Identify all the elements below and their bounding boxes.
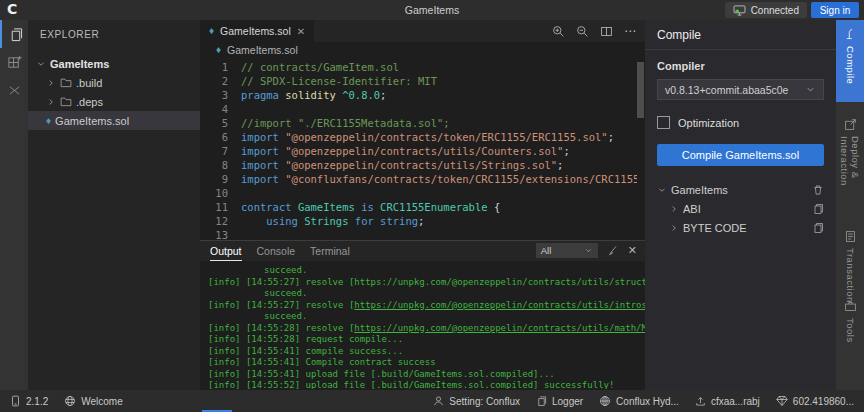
code-line[interactable]: 6import "@openzeppelin/contracts/token/E… (200, 130, 637, 144)
tree-item-label: .deps (76, 96, 103, 108)
breadcrumb-label: GameItems.sol (227, 44, 298, 56)
code-editor[interactable]: 1// contracts/GameItem.sol2// SPDX-Licen… (200, 58, 637, 240)
right-tab-deploy[interactable]: Deploy & Interaction (836, 110, 864, 216)
code-line[interactable]: 4 (200, 102, 637, 116)
code-line[interactable]: 13 (200, 228, 637, 240)
line-number: 8 (200, 158, 228, 172)
connected-button[interactable]: Connected (725, 2, 807, 18)
log-text: succeed. (264, 311, 307, 321)
close-panel-icon[interactable]: ✕ (628, 244, 637, 257)
monitor-icon (733, 5, 746, 16)
log-link[interactable]: https://unpkg.com/@openzeppelin/contract… (354, 300, 645, 310)
optimization-checkbox[interactable] (657, 116, 670, 129)
code-line[interactable]: 5//import "./ERC1155Metadata.sol"; (200, 116, 637, 130)
line-number: 5 (200, 116, 228, 130)
compile-button-label: Compile GameItems.sol (682, 149, 799, 161)
right-tab-compile[interactable]: Compile (836, 20, 864, 102)
line-number: 4 (200, 102, 228, 116)
code-line[interactable]: 2// SPDX-License-Identifier: MIT (200, 74, 637, 88)
tab-gameitems-sol[interactable]: ♦ GameItems.sol ✕ (200, 20, 314, 42)
result-item-abi[interactable]: ABI (657, 199, 824, 218)
explorer-panel: EXPLORER GameItems .build .deps ♦ GameIt… (28, 20, 200, 390)
tree-item-build[interactable]: .build (28, 73, 200, 92)
compile-panel-body: Compiler v0.8.13+commit.abaa5c0e Optimiz… (645, 50, 836, 247)
tree-root-gameitems[interactable]: GameItems (28, 54, 200, 73)
files-activity-button[interactable] (0, 20, 28, 48)
clear-output-icon[interactable] (607, 245, 619, 257)
code-line[interactable]: 8import "@openzeppelin/contracts/utils/S… (200, 158, 637, 172)
explorer-header: EXPLORER (28, 20, 200, 48)
setting-conflux-button[interactable]: Setting: Conflux (433, 395, 520, 407)
status-bar: 2.1.2 Welcome Setting: Conflux Logger Co… (0, 390, 864, 412)
breadcrumb[interactable]: ♦ GameItems.sol (200, 42, 645, 58)
tab-label: GameItems.sol (220, 25, 291, 37)
chevron-down-icon (36, 59, 46, 69)
log-filter-dropdown[interactable]: All (536, 243, 598, 258)
close-panel-activity-button[interactable] (0, 76, 28, 104)
activity-bar (0, 20, 28, 390)
network-globe-icon (599, 395, 611, 407)
code-line[interactable]: 10 (200, 186, 637, 200)
wallet-address-button[interactable]: cfxaa...rabj (695, 395, 760, 407)
log-line: [info] [14:55:28] request compile... (208, 334, 637, 346)
status-right: Setting: Conflux Logger Conflux Hyd... c… (433, 395, 854, 407)
tab-terminal[interactable]: Terminal (310, 241, 350, 261)
compiler-version-value: v0.8.13+commit.abaa5c0e (665, 84, 788, 96)
network-button[interactable]: Conflux Hyd... (599, 395, 679, 407)
tab-close-icon[interactable]: ✕ (297, 26, 305, 37)
code-line[interactable]: 7import "@openzeppelin/contracts/utils/C… (200, 144, 637, 158)
code-line[interactable]: 3pragma solidity ^0.8.0; (200, 88, 637, 102)
app-logo: C (7, 1, 17, 17)
address-label: cfxaa...rabj (711, 396, 760, 407)
code-line[interactable]: 12 using Strings for string; (200, 214, 637, 228)
output-panel-header: Output Console Terminal All ✕ (200, 241, 645, 261)
compile-result-tree: GameItems ABI BYTE CODE (657, 180, 824, 237)
tree-item-deps[interactable]: .deps (28, 92, 200, 111)
zoom-out-icon[interactable] (576, 25, 589, 38)
log-line: [info] [14:55:28] resolve [https://unpkg… (208, 323, 637, 335)
plugin-grid-icon (7, 55, 22, 70)
log-link[interactable]: https://unpkg.com/@openzeppelin/contract… (354, 323, 645, 333)
code-line[interactable]: 9import "@confluxfans/contracts/token/CR… (200, 172, 637, 186)
log-text: [info] [14:55:52] upload file [.build/Ga… (208, 380, 614, 389)
code-line[interactable]: 1// contracts/GameItem.sol (200, 60, 637, 74)
cross-icon (8, 84, 21, 97)
tab-console[interactable]: Console (257, 241, 296, 261)
compiler-label: Compiler (657, 60, 824, 72)
logger-button[interactable]: Logger (536, 395, 583, 407)
delete-result-icon[interactable] (812, 184, 824, 196)
result-item-bytecode[interactable]: BYTE CODE (657, 218, 824, 237)
line-number: 10 (200, 186, 228, 200)
right-tab-label: Compile (845, 46, 856, 84)
right-tab-transaction[interactable]: Transaction (836, 222, 864, 286)
code-line[interactable]: 11contract GameItems is CRC1155Enumerabl… (200, 200, 637, 214)
more-actions-icon[interactable]: ⋯ (624, 24, 637, 38)
result-item-label: BYTE CODE (683, 222, 747, 234)
optimization-option[interactable]: Optimization (657, 116, 824, 129)
compiler-version-dropdown[interactable]: v0.8.13+commit.abaa5c0e (657, 79, 824, 100)
log-line: [info] [14:55:52] upload file [.build/Ga… (208, 380, 637, 389)
tree-item-gameitems-sol[interactable]: ♦ GameItems.sol (28, 111, 200, 130)
balance-indicator[interactable]: 602.419860... (776, 395, 854, 407)
compile-button[interactable]: Compile GameItems.sol (657, 144, 824, 166)
log-text: [info] [14:55:41] upload file [.build/Ga… (208, 369, 555, 379)
files-icon (8, 27, 23, 42)
editor-scrollbar[interactable] (637, 62, 644, 118)
log-line: succeed. (208, 311, 637, 323)
chevron-right-icon (669, 223, 679, 233)
sign-in-button[interactable]: Sign in (811, 2, 859, 18)
version-indicator[interactable]: 2.1.2 (10, 395, 48, 407)
result-root-gameitems[interactable]: GameItems (657, 180, 824, 199)
copy-bytecode-icon[interactable] (812, 222, 824, 234)
log-output[interactable]: succeed.[info] [14:55:27] resolve [https… (200, 261, 645, 389)
compile-tab-icon (844, 28, 857, 41)
welcome-button[interactable]: Welcome (64, 395, 123, 407)
result-root-label: GameItems (671, 184, 728, 196)
plugins-activity-button[interactable] (0, 48, 28, 76)
log-text: [info] [14:55:28] resolve [ (208, 323, 354, 333)
zoom-in-icon[interactable] (552, 25, 565, 38)
tab-output[interactable]: Output (210, 241, 242, 261)
compile-panel: Compile Compiler v0.8.13+commit.abaa5c0e… (645, 20, 836, 390)
split-editor-icon[interactable] (600, 25, 613, 38)
copy-abi-icon[interactable] (812, 203, 824, 215)
